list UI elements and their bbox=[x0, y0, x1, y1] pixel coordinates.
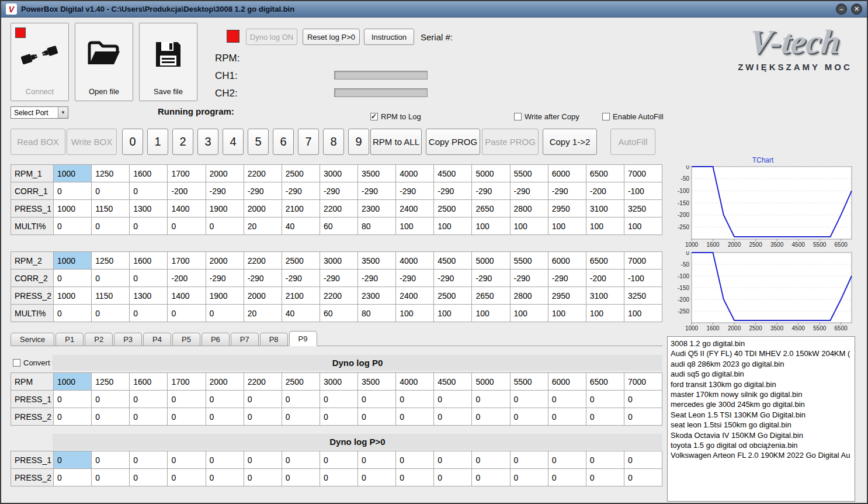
file-list-item[interactable]: master 170km nowy silnik go digital.bin bbox=[671, 389, 852, 399]
cell[interactable]: 0 bbox=[168, 391, 206, 408]
cell[interactable]: 7000 bbox=[624, 165, 662, 182]
digit-button-8[interactable]: 8 bbox=[323, 129, 344, 155]
cell[interactable]: 100 bbox=[624, 305, 662, 322]
cell[interactable]: 0 bbox=[54, 182, 92, 200]
cell[interactable]: -290 bbox=[206, 270, 244, 287]
cell[interactable]: 1250 bbox=[92, 252, 130, 270]
cell[interactable]: 2300 bbox=[358, 287, 396, 305]
cell[interactable]: 0 bbox=[168, 451, 206, 469]
cell[interactable]: 0 bbox=[92, 218, 130, 235]
cell[interactable]: 0 bbox=[434, 451, 472, 469]
cell[interactable]: 2950 bbox=[548, 200, 586, 218]
cell[interactable]: 0 bbox=[244, 408, 282, 426]
cell[interactable]: 100 bbox=[472, 305, 510, 322]
cell[interactable]: -290 bbox=[472, 270, 510, 287]
cell[interactable]: 2100 bbox=[282, 200, 320, 218]
cell[interactable]: 3000 bbox=[320, 373, 357, 391]
cell[interactable]: 1300 bbox=[130, 287, 168, 305]
cell[interactable]: 0 bbox=[624, 451, 662, 469]
cell[interactable]: 3250 bbox=[624, 200, 662, 218]
cell[interactable]: -290 bbox=[206, 182, 244, 200]
cell[interactable]: 0 bbox=[282, 408, 320, 426]
digit-button-7[interactable]: 7 bbox=[298, 129, 319, 155]
cell[interactable]: 0 bbox=[206, 218, 244, 235]
cell[interactable]: 4000 bbox=[396, 373, 434, 391]
cell[interactable]: 100 bbox=[434, 218, 472, 235]
cell[interactable]: 100 bbox=[472, 218, 510, 235]
cell[interactable]: -200 bbox=[168, 182, 206, 200]
cell[interactable]: 1600 bbox=[130, 165, 168, 182]
cell[interactable]: 1000 bbox=[54, 165, 92, 182]
cell[interactable]: 0 bbox=[586, 469, 624, 486]
digit-button-0[interactable]: 0 bbox=[122, 129, 143, 155]
cell[interactable]: 6500 bbox=[586, 165, 624, 182]
cell[interactable]: 0 bbox=[206, 469, 244, 486]
cell[interactable]: 6000 bbox=[548, 165, 586, 182]
cell[interactable]: 2000 bbox=[244, 287, 282, 305]
cell[interactable]: -290 bbox=[320, 270, 357, 287]
cell[interactable]: 0 bbox=[92, 451, 130, 469]
cell[interactable]: 1000 bbox=[54, 373, 92, 391]
cell[interactable]: 3100 bbox=[586, 287, 624, 305]
file-list-item[interactable]: Seat Leon 1.5 TSI 130KM Go Digital.bin bbox=[671, 410, 852, 420]
cell[interactable]: 0 bbox=[54, 451, 92, 469]
cell[interactable]: 2500 bbox=[282, 165, 320, 182]
cell[interactable]: 4500 bbox=[434, 252, 472, 270]
cell[interactable]: 0 bbox=[54, 218, 92, 235]
cell[interactable]: 6500 bbox=[586, 252, 624, 270]
cell[interactable]: 0 bbox=[472, 469, 510, 486]
file-list-item[interactable]: mercedes gle 300d 245km go digital.bin bbox=[671, 399, 852, 409]
cell[interactable]: 3000 bbox=[320, 252, 357, 270]
cell[interactable]: -290 bbox=[510, 182, 548, 200]
cell[interactable]: 1250 bbox=[92, 165, 130, 182]
cell[interactable]: -290 bbox=[244, 182, 282, 200]
cell[interactable]: 0 bbox=[282, 451, 320, 469]
cell[interactable]: -290 bbox=[358, 270, 396, 287]
cell[interactable]: 0 bbox=[510, 408, 548, 426]
cell[interactable]: -290 bbox=[548, 182, 586, 200]
cell[interactable]: 1700 bbox=[168, 165, 206, 182]
cell[interactable]: 6500 bbox=[586, 373, 624, 391]
file-list-item[interactable]: 3008 1.2 go digital.bin bbox=[671, 339, 852, 348]
cell[interactable]: -290 bbox=[358, 182, 396, 200]
cell[interactable]: 0 bbox=[358, 469, 396, 486]
cell[interactable]: 0 bbox=[244, 451, 282, 469]
cell[interactable]: 0 bbox=[130, 182, 168, 200]
cell[interactable]: 100 bbox=[510, 305, 548, 322]
cell[interactable]: 2100 bbox=[282, 287, 320, 305]
cell[interactable]: 0 bbox=[282, 391, 320, 408]
cell[interactable]: -290 bbox=[510, 270, 548, 287]
cell[interactable]: -290 bbox=[282, 270, 320, 287]
cell[interactable]: 0 bbox=[130, 469, 168, 486]
cell[interactable]: 0 bbox=[624, 408, 662, 426]
cell[interactable]: -290 bbox=[282, 182, 320, 200]
cell[interactable]: 2800 bbox=[510, 287, 548, 305]
cell[interactable]: 100 bbox=[586, 305, 624, 322]
cell[interactable]: 0 bbox=[396, 451, 434, 469]
write-after-copy-checkbox[interactable]: Write after Copy bbox=[514, 112, 579, 121]
cell[interactable]: 20 bbox=[244, 218, 282, 235]
cell[interactable]: 0 bbox=[472, 451, 510, 469]
cell[interactable]: 0 bbox=[396, 408, 434, 426]
cell[interactable]: 0 bbox=[510, 391, 548, 408]
tab-service[interactable]: Service bbox=[11, 333, 54, 346]
instruction-button[interactable]: Instruction bbox=[364, 29, 414, 45]
cell[interactable]: 2200 bbox=[320, 287, 357, 305]
cell[interactable]: 0 bbox=[92, 305, 130, 322]
cell[interactable]: 2650 bbox=[472, 200, 510, 218]
cell[interactable]: 2800 bbox=[510, 200, 548, 218]
cell[interactable]: 0 bbox=[54, 305, 92, 322]
cell[interactable]: 1000 bbox=[54, 287, 92, 305]
digit-button-5[interactable]: 5 bbox=[248, 129, 269, 155]
digit-button-6[interactable]: 6 bbox=[273, 129, 294, 155]
cell[interactable]: 2400 bbox=[396, 287, 434, 305]
cell[interactable]: 80 bbox=[358, 218, 396, 235]
cell[interactable]: 0 bbox=[434, 391, 472, 408]
cell[interactable]: 0 bbox=[130, 391, 168, 408]
tab-p8[interactable]: P8 bbox=[260, 333, 288, 346]
cell[interactable]: -100 bbox=[624, 182, 662, 200]
cell[interactable]: 1000 bbox=[54, 252, 92, 270]
cell[interactable]: 2500 bbox=[282, 373, 320, 391]
cell[interactable]: 0 bbox=[472, 408, 510, 426]
file-list-item[interactable]: ford transit 130km go digital.bin bbox=[671, 379, 852, 389]
